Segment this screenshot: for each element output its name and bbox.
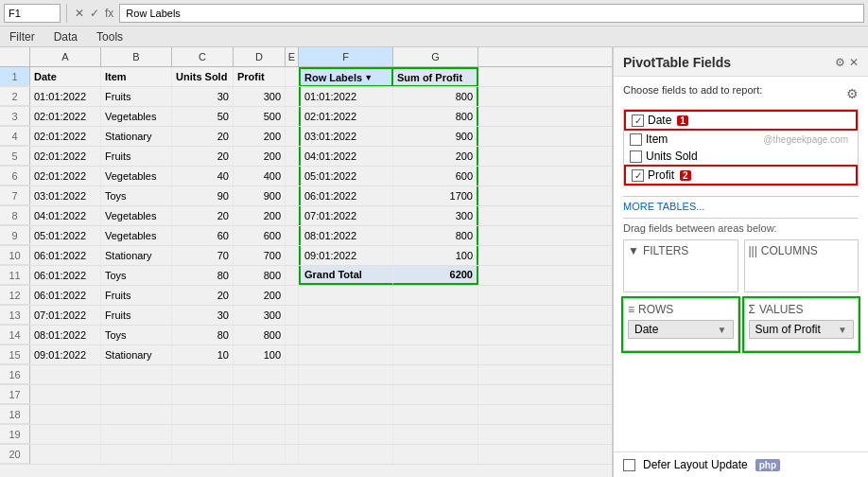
cell-f[interactable]	[299, 365, 393, 384]
cell-d[interactable]: 900	[234, 186, 286, 205]
cell-g[interactable]	[393, 286, 478, 305]
cell-c[interactable]: 60	[172, 226, 234, 245]
values-content[interactable]: Sum of Profit ▼	[749, 320, 855, 346]
cell-g[interactable]: 800	[393, 87, 478, 106]
cell-f[interactable]: 06:01:2022	[299, 186, 393, 205]
col-header-a[interactable]: A	[30, 47, 101, 66]
cell-a[interactable]: 06:01:2022	[30, 286, 101, 305]
columns-content[interactable]	[749, 261, 855, 288]
checkbox-item[interactable]	[630, 133, 642, 146]
spreadsheet[interactable]: A B C D E F G 1 Date Item Units Sold Pro…	[0, 47, 613, 477]
field-item-item[interactable]: Item @thegeekpage.com	[624, 131, 858, 148]
cell-d[interactable]: 500	[234, 107, 286, 126]
cell-a[interactable]: 07:01:2022	[30, 306, 101, 325]
cell-a[interactable]: 06:01:2022	[30, 246, 101, 265]
cell-a[interactable]	[30, 445, 101, 464]
formula-input[interactable]: Row Labels	[119, 4, 864, 23]
cell-g[interactable]	[393, 445, 478, 464]
cell-b[interactable]: Fruits	[101, 286, 172, 305]
cell-a[interactable]: 02:01:2022	[30, 127, 101, 146]
col-header-d[interactable]: D	[234, 47, 286, 66]
cell-b[interactable]: Fruits	[101, 306, 172, 325]
confirm-icon[interactable]: ✓	[88, 7, 101, 20]
cell-a[interactable]: 02:01:2022	[30, 107, 101, 126]
cell-g[interactable]: 1700	[393, 186, 478, 205]
cell-d[interactable]: 300	[234, 306, 286, 325]
rows-chip[interactable]: Date ▼	[628, 320, 734, 339]
cell-c[interactable]: 40	[172, 167, 234, 186]
cell-f[interactable]	[299, 445, 393, 464]
cell-f[interactable]	[299, 326, 393, 344]
cell-d[interactable]	[234, 405, 286, 424]
col-header-c[interactable]: C	[172, 47, 234, 66]
cell-a[interactable]: 05:01:2022	[30, 226, 101, 245]
cell-g[interactable]: 100	[393, 246, 478, 265]
cell-b[interactable]: Fruits	[101, 147, 172, 166]
cell-g[interactable]: 300	[393, 206, 478, 225]
field-item-date[interactable]: ✓ Date 1	[626, 112, 856, 129]
cell-d[interactable]: 800	[234, 266, 286, 285]
cell-d[interactable]	[234, 385, 286, 404]
cell-f1[interactable]: Row Labels▼	[299, 67, 393, 86]
cell-f[interactable]: 05:01:2022	[299, 167, 393, 186]
cell-d[interactable]: 600	[234, 226, 286, 245]
cell-f[interactable]: 04:01:2022	[299, 147, 393, 166]
cell-c[interactable]	[172, 445, 234, 464]
menu-tools[interactable]: Tools	[87, 28, 132, 45]
cell-f[interactable]: Grand Total	[299, 266, 393, 285]
cell-a[interactable]: 08:01:2022	[30, 326, 101, 344]
cell-g[interactable]: 6200	[393, 266, 478, 285]
cell-d[interactable]: 100	[234, 345, 286, 364]
cell-a[interactable]: 09:01:2022	[30, 345, 101, 364]
defer-checkbox[interactable]	[623, 459, 635, 471]
cell-a[interactable]	[30, 365, 101, 384]
cell-d[interactable]: 200	[234, 147, 286, 166]
cell-c[interactable]	[172, 425, 234, 444]
values-chip[interactable]: Sum of Profit ▼	[749, 320, 855, 339]
cell-g[interactable]	[393, 405, 478, 424]
cell-a1[interactable]: Date	[30, 67, 101, 86]
field-item-profit[interactable]: ✓ Profit 2	[626, 167, 856, 184]
menu-filter[interactable]: Filter	[0, 28, 44, 45]
cell-g[interactable]	[393, 345, 478, 364]
cell-f[interactable]	[299, 425, 393, 444]
cell-c[interactable]: 20	[172, 206, 234, 225]
cell-c[interactable]: 30	[172, 87, 234, 106]
cell-f[interactable]: 07:01:2022	[299, 206, 393, 225]
col-header-b[interactable]: B	[101, 47, 172, 66]
cell-c[interactable]: 10	[172, 345, 234, 364]
checkbox-units-sold[interactable]	[630, 150, 642, 163]
cell-b[interactable]: Stationary	[101, 345, 172, 364]
cell-c[interactable]: 80	[172, 266, 234, 285]
cell-a[interactable]: 04:01:2022	[30, 206, 101, 225]
cell-c[interactable]: 80	[172, 326, 234, 344]
cell-d[interactable]	[234, 365, 286, 384]
cell-g[interactable]	[393, 425, 478, 444]
cell-c[interactable]	[172, 405, 234, 424]
cell-a[interactable]: 02:01:2022	[30, 167, 101, 186]
cell-g[interactable]	[393, 385, 478, 404]
cell-f[interactable]: 02:01:2022	[299, 107, 393, 126]
rows-content[interactable]: Date ▼	[628, 320, 734, 346]
cell-f[interactable]: 03:01:2022	[299, 127, 393, 146]
checkbox-date[interactable]: ✓	[632, 115, 644, 127]
cell-f[interactable]: 08:01:2022	[299, 226, 393, 245]
cell-d[interactable]: 300	[234, 87, 286, 106]
cell-g[interactable]: 800	[393, 107, 478, 126]
cell-f[interactable]	[299, 385, 393, 404]
col-header-g[interactable]: G	[393, 47, 478, 66]
cell-a[interactable]: 02:01:2022	[30, 147, 101, 166]
cell-c[interactable]: 20	[172, 286, 234, 305]
cell-b[interactable]: Stationary	[101, 127, 172, 146]
checkbox-profit[interactable]: ✓	[632, 169, 644, 182]
cell-d[interactable]	[234, 425, 286, 444]
cell-c[interactable]: 30	[172, 306, 234, 325]
cell-f[interactable]	[299, 345, 393, 364]
cell-b[interactable]: Vegetables	[101, 107, 172, 126]
cell-g[interactable]: 800	[393, 226, 478, 245]
cell-c[interactable]	[172, 365, 234, 384]
cell-a[interactable]	[30, 385, 101, 404]
cell-c[interactable]: 20	[172, 147, 234, 166]
cell-b[interactable]	[101, 365, 172, 384]
cell-f[interactable]	[299, 405, 393, 424]
